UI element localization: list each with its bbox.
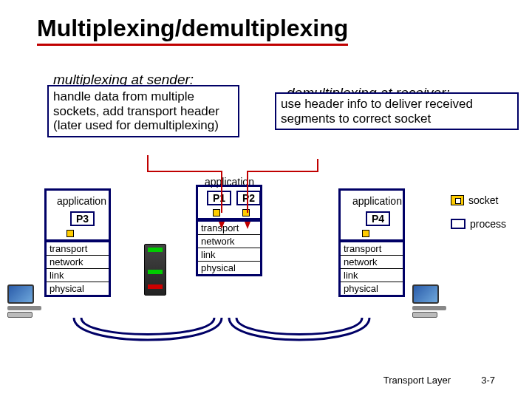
footer-layer: Transport Layer	[383, 375, 451, 386]
computer-icon-right	[412, 284, 449, 318]
layer-link: link	[341, 269, 403, 282]
process-icon	[451, 219, 466, 229]
server-icon	[144, 244, 166, 296]
left-stack: transport network link physical	[44, 240, 111, 297]
right-app-box	[338, 188, 405, 242]
center-app-box	[196, 185, 262, 220]
layer-physical: physical	[198, 262, 260, 274]
sender-description: handle data from multiple sockets, add t…	[47, 85, 239, 137]
center-stack: transport network link physical	[196, 219, 262, 276]
layer-physical: physical	[47, 282, 109, 295]
footer-page: 3-7	[481, 375, 495, 386]
page-title: Multiplexing/demultiplexing	[37, 15, 348, 46]
layer-network: network	[198, 235, 260, 248]
computer-icon-left	[7, 284, 44, 318]
legend-process: process	[451, 218, 506, 230]
legend-process-label: process	[470, 218, 506, 230]
layer-physical: physical	[341, 282, 403, 295]
right-stack: transport network link physical	[338, 240, 405, 297]
legend-socket: socket	[451, 194, 498, 206]
left-app-box	[44, 188, 111, 242]
socket-icon	[451, 195, 464, 205]
layer-transport: transport	[341, 242, 403, 256]
legend-socket-label: socket	[468, 194, 498, 206]
layer-transport: transport	[47, 242, 109, 256]
layer-network: network	[341, 256, 403, 269]
layer-link: link	[198, 248, 260, 262]
receiver-description: use header info to deliver received segm…	[275, 92, 519, 130]
layer-transport: transport	[198, 222, 260, 235]
layer-link: link	[47, 269, 109, 282]
layer-network: network	[47, 256, 109, 269]
